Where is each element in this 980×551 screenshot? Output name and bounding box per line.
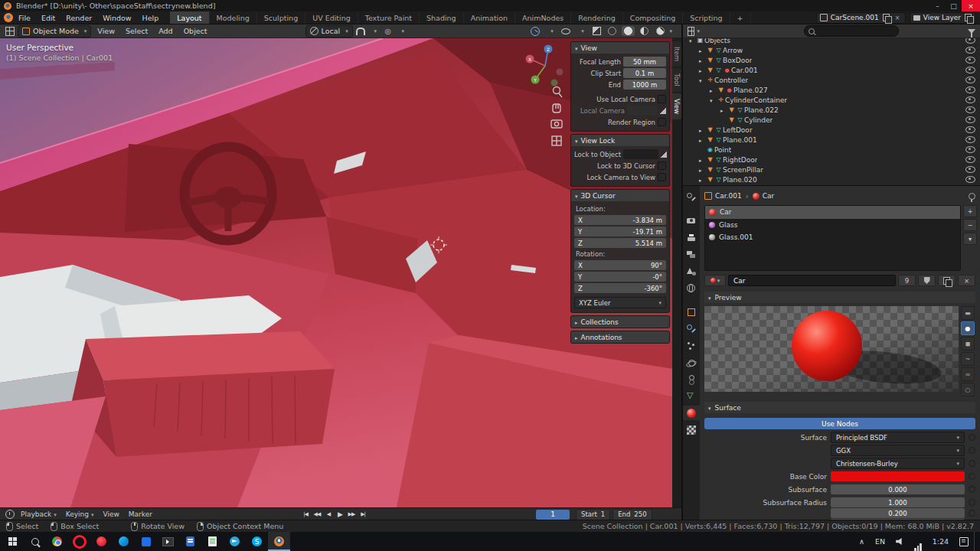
outliner-row[interactable]: Plane.001 <box>683 135 980 145</box>
menu-file[interactable]: File <box>13 11 36 24</box>
render-region-checkbox[interactable] <box>658 118 666 126</box>
menu-render[interactable]: Render <box>60 11 97 24</box>
snap-settings-dropdown[interactable] <box>368 26 381 37</box>
xray-toggle-icon[interactable] <box>590 26 603 37</box>
animate-dot[interactable] <box>969 447 975 454</box>
preview-sphere-button[interactable]: ● <box>961 321 975 335</box>
expand-icon[interactable] <box>575 334 578 341</box>
subsurface-method-dropdown[interactable]: Christensen-Burley▾ <box>831 458 965 469</box>
animate-dot[interactable] <box>969 486 975 493</box>
tab-view-layer[interactable] <box>683 247 700 262</box>
blender-taskbar-icon[interactable] <box>268 532 290 551</box>
tab-physics[interactable] <box>683 355 700 370</box>
proportional-editing-icon[interactable]: ◎ <box>382 26 394 37</box>
material-slot[interactable]: Glass.001 <box>705 231 960 244</box>
preview-hair-button[interactable]: ~ <box>961 352 975 366</box>
preview-flat-button[interactable]: ▬ <box>961 306 975 320</box>
show-desktop-button[interactable] <box>974 532 978 551</box>
timeline-menu-playback[interactable]: Playback <box>16 510 61 518</box>
shading-material-button[interactable] <box>638 26 651 36</box>
visibility-eye-icon[interactable] <box>965 146 975 153</box>
fake-user-shield-icon[interactable] <box>918 275 936 286</box>
calculator-icon[interactable] <box>179 532 201 551</box>
visibility-eye-icon[interactable] <box>965 106 975 113</box>
expand-icon[interactable] <box>699 156 706 164</box>
tab-world[interactable] <box>683 281 700 295</box>
remove-slot-button[interactable]: − <box>963 219 977 231</box>
notes-icon[interactable] <box>201 532 224 551</box>
viewport-3d[interactable]: X Y Z User Perspective (1) Scene C <box>0 38 672 507</box>
add-slot-button[interactable]: + <box>963 205 977 217</box>
breadcrumb-material[interactable]: Car <box>753 192 775 200</box>
minimize-button[interactable]: – <box>929 0 946 11</box>
subsurface-radius-x-field[interactable]: 1.000 <box>831 497 965 507</box>
visibility-eye-icon[interactable] <box>965 38 975 44</box>
workspace-tab-scripting[interactable]: Scripting <box>683 11 730 24</box>
add-workspace-button[interactable]: + <box>730 11 751 24</box>
play-button[interactable] <box>335 510 345 520</box>
preview-fluid-button[interactable]: ○ <box>961 383 975 396</box>
proportional-dropdown[interactable] <box>396 26 408 37</box>
menu-help[interactable]: Help <box>137 11 165 24</box>
telegram-icon[interactable] <box>224 532 246 551</box>
outliner-row[interactable]: Cylinder <box>683 115 980 125</box>
outliner-row[interactable]: ScreenPillar <box>683 165 980 174</box>
jump-to-end-button[interactable] <box>358 510 368 520</box>
local-camera-field[interactable] <box>627 106 658 116</box>
expand-icon[interactable] <box>689 38 696 44</box>
visibility-eye-icon[interactable] <box>965 57 975 64</box>
outliner-row[interactable]: Plane.027 <box>683 85 980 95</box>
expand-icon[interactable] <box>699 57 706 64</box>
network-icon[interactable] <box>909 532 927 551</box>
workspace-tab-layout[interactable]: Layout <box>170 11 209 24</box>
rotation-order-dropdown[interactable]: XYZ Euler▾ <box>574 297 666 308</box>
timeline-menu-view[interactable]: View <box>98 510 123 518</box>
editor-type-icon[interactable] <box>4 26 16 37</box>
material-slot[interactable]: Car <box>705 206 960 219</box>
workspace-tab-compositing[interactable]: Compositing <box>623 11 684 24</box>
expand-icon[interactable] <box>710 96 717 104</box>
delete-scene-icon[interactable]: × <box>893 14 902 22</box>
cursor-loc-z-field[interactable]: Z5.514 m <box>574 238 666 248</box>
skype-icon[interactable]: S <box>246 532 268 551</box>
eyedropper-icon[interactable] <box>660 108 666 114</box>
workspace-tab-sculpting[interactable]: Sculpting <box>257 11 305 24</box>
new-view-layer-icon[interactable] <box>965 14 972 21</box>
lock-to-object-field[interactable] <box>623 149 658 159</box>
subsurface-slider[interactable]: 0.000 <box>831 484 965 494</box>
menu-window[interactable]: Window <box>97 11 136 24</box>
timeline-menu-keying[interactable]: Keying <box>61 510 99 518</box>
viewport-menu-add[interactable]: Add <box>154 27 177 35</box>
expand-icon[interactable] <box>699 77 706 84</box>
breadcrumb-object[interactable]: Car.001 <box>704 192 742 200</box>
opera-gx-icon[interactable] <box>90 532 113 551</box>
browse-material-dropdown[interactable]: ▾ <box>704 275 726 286</box>
outliner-row[interactable]: Plane.020 <box>683 174 980 184</box>
workspace-tab-uv-editing[interactable]: UV Editing <box>305 11 358 24</box>
workspace-tab-animnodes[interactable]: AnimNodes <box>515 11 571 24</box>
search-icon[interactable] <box>24 532 46 551</box>
tab-object[interactable] <box>683 305 700 319</box>
visibility-eye-icon[interactable] <box>965 156 975 163</box>
shading-rendered-button[interactable] <box>654 26 675 36</box>
opera-icon[interactable] <box>68 532 90 551</box>
overlays-dropdown[interactable] <box>575 26 587 37</box>
close-button[interactable]: × <box>962 0 980 11</box>
outliner-search-input[interactable] <box>804 25 899 37</box>
show-gizmo-icon[interactable] <box>529 26 541 37</box>
tab-output[interactable] <box>683 230 700 245</box>
expand-icon[interactable] <box>699 166 706 174</box>
workspace-tab-animation[interactable]: Animation <box>464 11 515 24</box>
menu-edit[interactable]: Edit <box>36 11 60 24</box>
expand-icon[interactable] <box>699 67 706 74</box>
outliner-row-collection[interactable]: Objects <box>683 38 980 45</box>
language-indicator[interactable]: EN <box>870 532 890 551</box>
scene-selector[interactable]: CarScene.001 × <box>816 12 906 24</box>
filter-funnel-icon[interactable] <box>968 29 975 34</box>
outliner-editor-icon[interactable] <box>688 26 700 37</box>
pin-icon[interactable] <box>969 193 975 200</box>
animate-dot[interactable] <box>969 510 975 517</box>
visibility-eye-icon[interactable] <box>965 47 975 54</box>
surface-panel-header[interactable]: Surface <box>704 402 975 413</box>
workspace-tab-rendering[interactable]: Rendering <box>571 11 623 24</box>
